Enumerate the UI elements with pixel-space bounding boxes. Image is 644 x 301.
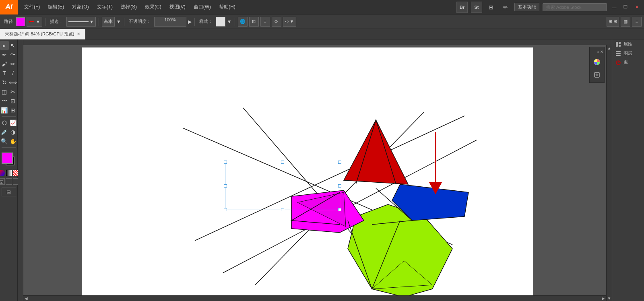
menu-window[interactable]: 窗口(W) (190, 2, 214, 12)
rotate-tool[interactable]: ↻ (0, 78, 9, 87)
divider-3 (124, 18, 124, 26)
stroke-style-btn[interactable]: 基本 (102, 17, 115, 27)
gradient-icon[interactable] (6, 170, 12, 176)
panel-toggle[interactable]: ▥ (621, 17, 630, 27)
float-panel-close-btn[interactable]: ✕ (600, 49, 603, 54)
free-transform-tool[interactable]: ⊡ (9, 97, 18, 105)
maximize-btn[interactable]: ❐ (621, 3, 630, 11)
menu-effect[interactable]: 效果(C) (142, 2, 165, 12)
scissor-tool[interactable]: ✂ (9, 87, 18, 96)
stock-btn[interactable]: St (471, 2, 482, 13)
svg-point-1 (29, 21, 30, 23)
hand-tool[interactable]: ✋ (9, 137, 18, 146)
scroll-down-btn[interactable]: ▼ (607, 295, 612, 301)
menu-file[interactable]: 文件(F) (21, 2, 43, 12)
ai-logo: Ai (0, 0, 18, 14)
divider-4 (194, 18, 195, 26)
title-bar: Ai 文件(F) 编辑(E) 对象(O) 文字(T) 选择(S) 效果(C) 视… (0, 0, 644, 14)
artboard-tool[interactable]: ⊟ (2, 188, 16, 196)
arrange-btns[interactable]: ⊞ ⊞ (607, 17, 619, 27)
reflect-btn[interactable]: ⇔ ▼ (283, 17, 296, 27)
layers-panel-btn[interactable]: 图层 (612, 49, 644, 58)
line-tool[interactable]: / (9, 69, 18, 78)
pen-btn[interactable]: ✏ (500, 2, 511, 13)
pencil-tool[interactable]: ✏ (9, 60, 18, 68)
search-input[interactable] (543, 3, 607, 11)
align-btn[interactable]: ≡ (260, 17, 270, 27)
mesh-tool[interactable]: ⊞ (9, 106, 18, 115)
menu-edit[interactable]: 编辑(E) (45, 2, 67, 12)
reflect-tool[interactable]: ⟺ (9, 78, 18, 87)
tool-separator-1 (2, 116, 16, 117)
layers-label: 图层 (623, 50, 632, 56)
horizontal-scrollbar[interactable]: ◀ ▶ (23, 295, 606, 301)
grid-btn[interactable]: ⊞ (485, 2, 497, 13)
svg-rect-22 (616, 55, 621, 56)
eyedropper-tool[interactable]: 💉 (0, 128, 9, 136)
paintbrush-tool[interactable]: 🖌 (0, 60, 9, 68)
scroll-left-btn[interactable]: ◀ (23, 296, 29, 301)
color-icon[interactable] (0, 170, 5, 176)
stroke-options-btn[interactable]: ▼ (27, 17, 42, 27)
warp-tool[interactable]: 〜 (0, 97, 9, 105)
ruler-left (18, 39, 23, 301)
stroke-width-dropdown[interactable]: ▼ (66, 17, 96, 27)
float-panel-pin[interactable]: » (597, 49, 600, 54)
divider-2 (99, 18, 99, 26)
right-panel: 属性 图层 库 (612, 39, 644, 301)
menu-btn[interactable]: ≡ (632, 17, 642, 27)
rotate-btn[interactable]: ⟳ (272, 17, 281, 27)
minimize-btn[interactable]: — (610, 3, 618, 11)
toolbox: ▸ ↖ ✒ 〜 🖌 ✏ T / ↻ ⟺ ◫ ✂ 〜 ⊡ 📊 ⊞ (0, 39, 18, 301)
select-tool[interactable]: ▸ (0, 41, 9, 50)
artwork-svg (82, 47, 533, 297)
color-panel-btn[interactable] (591, 56, 603, 68)
library-label: 库 (623, 60, 628, 66)
change-screen-btn[interactable]: ◱ (0, 178, 5, 185)
properties-panel-btn[interactable]: 属性 (612, 39, 644, 49)
globe-btn[interactable]: 🌐 (238, 17, 248, 27)
close-btn[interactable]: ✕ (633, 3, 641, 11)
graph-tool[interactable]: 📊 (0, 106, 9, 115)
tabs-bar: 未标题-1* @ 84% (RGB/GPU 预览) ✕ (0, 29, 644, 39)
title-right: Br St ⊞ ✏ 基本功能 — ❐ ✕ (456, 2, 644, 13)
menu-help[interactable]: 帮助(H) (216, 2, 239, 12)
menu-object[interactable]: 对象(O) (69, 2, 92, 12)
menu-view[interactable]: 视图(V) (166, 2, 189, 12)
shape-builder-tool[interactable]: ⬡ (0, 118, 9, 127)
transform-btn[interactable]: ⊡ (249, 17, 259, 27)
main-area: ▸ ↖ ✒ 〜 🖌 ✏ T / ↻ ⟺ ◫ ✂ 〜 ⊡ 📊 ⊞ (0, 39, 644, 301)
menu-text[interactable]: 文字(T) (94, 2, 116, 12)
library-panel-btn[interactable]: 库 (612, 58, 644, 67)
tab-label: 未标题-1* @ 84% (RGB/GPU 预览) (5, 31, 74, 37)
direct-select-tool[interactable]: ↖ (9, 41, 18, 50)
tab-close-btn[interactable]: ✕ (77, 32, 80, 36)
tab-document[interactable]: 未标题-1* @ 84% (RGB/GPU 预览) ✕ (0, 29, 85, 39)
svg-rect-20 (616, 51, 621, 52)
canvas-wrapper: ▲ ▼ ◀ ▶ » ✕ (18, 39, 612, 301)
curvature-tool[interactable]: 〜 (9, 50, 18, 59)
divider-1 (45, 18, 45, 26)
scroll-right-btn[interactable]: ▶ (601, 296, 606, 301)
bar-chart-tool[interactable]: 📈 (9, 118, 18, 127)
bridge-btn[interactable]: Br (456, 2, 468, 13)
opacity-input[interactable]: 100% (154, 17, 186, 27)
tool-separator-2 (2, 147, 16, 148)
ruler-top (23, 39, 612, 45)
menu-select[interactable]: 选择(S) (118, 2, 140, 12)
appearance-panel-btn[interactable] (591, 69, 603, 81)
document-canvas (82, 47, 533, 297)
blend-tool[interactable]: ◑ (9, 128, 18, 136)
scroll-up-btn[interactable]: ▲ (607, 45, 612, 51)
fg-color-swatch[interactable] (2, 153, 13, 164)
fill-color-swatch[interactable] (16, 17, 25, 26)
zoom-tool[interactable]: 🔍 (0, 137, 9, 146)
pen-tool[interactable]: ✒ (0, 50, 9, 59)
fill-screen-btn[interactable] (6, 178, 12, 185)
svg-rect-18 (619, 42, 621, 44)
eraser-tool[interactable]: ◫ (0, 87, 9, 96)
workspace-selector[interactable]: 基本功能 (514, 3, 539, 11)
style-swatch[interactable] (216, 17, 225, 27)
text-tool[interactable]: T (0, 69, 9, 78)
vertical-scrollbar[interactable]: ▲ ▼ (606, 45, 612, 301)
